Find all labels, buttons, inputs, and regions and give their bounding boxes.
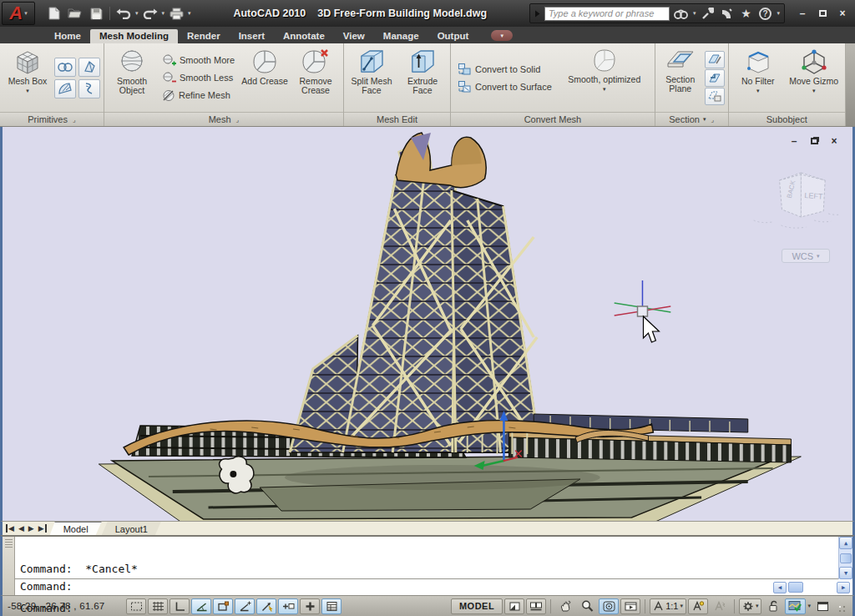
generate-section-button[interactable] — [705, 88, 725, 105]
viewport-minimize-button[interactable]: – — [787, 135, 801, 147]
last-layout-button[interactable]: ▶ — [38, 524, 47, 533]
command-horizontal-scrollbar[interactable]: ◀ ▶ — [773, 581, 850, 593]
extrude-face-icon — [408, 48, 437, 75]
ribbon: Mesh Box ▾ — [0, 43, 855, 127]
scroll-left-button[interactable]: ◀ — [773, 582, 787, 593]
primitives-launcher-icon[interactable]: ⌟ — [73, 116, 76, 124]
smooth-optimized-button[interactable]: Smooth, optimized ▾ — [558, 45, 651, 110]
convert-to-solid-button[interactable]: Convert to Solid — [454, 61, 555, 78]
tab-annotate[interactable]: Annotate — [274, 29, 334, 43]
smooth-object-button[interactable]: Smooth Object — [108, 45, 156, 110]
ribbon-minimize-button[interactable]: ▾ — [491, 30, 513, 41]
help-dropdown-caret[interactable]: ▾ — [777, 10, 780, 17]
convert-to-surface-button[interactable]: Convert to Surface — [454, 78, 555, 95]
tab-manage[interactable]: Manage — [374, 29, 428, 43]
viewcube-left-face[interactable]: LEFT — [804, 191, 823, 201]
ribbon-tab-bar: Home Mesh Modeling Render Insert Annotat… — [0, 27, 855, 43]
viewport-close-button[interactable]: × — [827, 135, 841, 147]
application-menu-button[interactable]: A ▾ — [2, 2, 35, 25]
undo-button[interactable] — [114, 5, 133, 22]
mesh-pyramid-button[interactable] — [78, 58, 100, 77]
refine-mesh-button[interactable]: Refine Mesh — [159, 87, 238, 104]
panel-section: Section Plane Section ▾ ⌟ — [655, 43, 729, 126]
maximize-button[interactable] — [815, 7, 830, 20]
section-launcher-icon[interactable]: ⌟ — [711, 116, 714, 124]
extrude-face-button[interactable]: Extrude Face — [398, 45, 447, 110]
mesh-torus-button[interactable] — [54, 58, 76, 77]
undo-dropdown-caret[interactable]: ▾ — [135, 10, 139, 17]
command-vertical-scrollbar[interactable]: ▲ ▼ — [838, 537, 852, 579]
section-panel-title[interactable]: Section ▾ ⌟ — [655, 112, 728, 126]
search-button[interactable] — [674, 6, 689, 21]
tab-layout1[interactable]: Layout1 — [102, 522, 161, 535]
tab-insert[interactable]: Insert — [230, 29, 274, 43]
tab-render[interactable]: Render — [178, 29, 230, 43]
mesh-spline-icon — [83, 83, 95, 94]
tab-output[interactable]: Output — [428, 29, 478, 43]
command-history[interactable]: Command: *Cancel* Command: Command: *Can… — [15, 537, 852, 579]
scroll-down-button[interactable]: ▼ — [839, 567, 852, 579]
help-icon: ? — [759, 8, 772, 20]
no-filter-button[interactable]: No Filter ▾ — [732, 45, 784, 110]
minimize-button[interactable]: – — [795, 7, 810, 20]
redo-dropdown-caret[interactable]: ▾ — [162, 10, 165, 17]
add-crease-button[interactable]: Add Crease — [240, 45, 289, 110]
mesh-edit-panel-title[interactable]: Mesh Edit — [344, 112, 450, 126]
mesh-panel-title[interactable]: Mesh ⌟ — [104, 112, 343, 126]
mesh-box-button[interactable]: Mesh Box ▾ — [3, 45, 52, 110]
section-panel-caret[interactable]: ▾ — [703, 116, 706, 123]
tab-model[interactable]: Model — [50, 522, 102, 535]
subobject-panel-title[interactable]: Subobject — [729, 112, 845, 126]
previous-layout-button[interactable]: ◀ — [18, 524, 24, 533]
wcs-dropdown[interactable]: WCS ▾ — [782, 249, 830, 263]
qat-customize-caret[interactable]: ▾ — [188, 10, 191, 17]
section-plane-button[interactable]: Section Plane — [659, 45, 702, 110]
no-filter-caret: ▾ — [756, 86, 760, 95]
help-button[interactable]: ? — [757, 6, 772, 21]
convert-mesh-panel-title[interactable]: Convert Mesh — [451, 112, 655, 126]
save-button[interactable] — [87, 5, 105, 22]
remove-crease-button[interactable]: Remove Crease — [291, 45, 340, 110]
command-window-grip[interactable] — [3, 537, 15, 595]
plot-button[interactable] — [167, 5, 185, 22]
scroll-up-button[interactable]: ▲ — [839, 537, 852, 549]
split-mesh-face-button[interactable]: Split Mesh Face — [347, 45, 396, 110]
smooth-less-button[interactable]: Smooth Less — [159, 69, 238, 86]
infocenter-collapse-icon[interactable] — [534, 10, 540, 18]
subscription-center-button[interactable] — [700, 6, 715, 21]
scroll-right-button[interactable]: ▶ — [837, 582, 850, 593]
smooth-less-label: Smooth Less — [180, 73, 233, 83]
next-layout-button[interactable]: ▶ — [28, 524, 34, 533]
first-layout-button[interactable]: ◀ — [6, 524, 14, 533]
tab-mesh-modeling[interactable]: Mesh Modeling — [90, 29, 178, 43]
smooth-more-button[interactable]: Smooth More — [159, 52, 238, 68]
redo-button[interactable] — [141, 5, 159, 22]
search-input[interactable] — [544, 7, 670, 21]
communication-center-button[interactable] — [719, 6, 734, 21]
mesh-spline-button[interactable] — [78, 79, 100, 98]
undo-arrow-icon — [116, 8, 131, 19]
scroll-thumb[interactable] — [840, 553, 852, 563]
new-button[interactable] — [45, 5, 63, 22]
hscroll-thumb[interactable] — [788, 582, 803, 593]
smooth-less-icon — [162, 72, 176, 84]
tab-home[interactable]: Home — [45, 29, 90, 43]
mesh-launcher-icon[interactable]: ⌟ — [236, 116, 240, 124]
favorites-button[interactable]: ★ — [738, 6, 753, 21]
search-dropdown-caret[interactable]: ▾ — [693, 10, 696, 17]
model-3d-scene[interactable]: BACK LEFT — [3, 127, 852, 521]
command-input[interactable]: Command: — [15, 579, 852, 594]
redo-arrow-icon — [143, 8, 158, 19]
wcs-caret: ▾ — [817, 253, 820, 260]
close-button[interactable]: × — [835, 7, 850, 20]
open-button[interactable] — [66, 5, 84, 22]
viewport-restore-button[interactable] — [807, 135, 821, 147]
tab-view[interactable]: View — [334, 29, 374, 43]
panel-mesh: Smooth Object Smooth More Smooth Less Re… — [104, 43, 344, 126]
add-jog-button[interactable] — [705, 69, 725, 87]
mesh-wedge-button[interactable] — [54, 79, 76, 98]
live-section-button[interactable] — [705, 51, 725, 68]
mesh-box-label: Mesh Box — [8, 77, 48, 86]
move-gizmo-button[interactable]: Move Gizmo ▾ — [787, 45, 842, 110]
primitives-panel-title[interactable]: Primitives ⌟ — [0, 112, 104, 126]
